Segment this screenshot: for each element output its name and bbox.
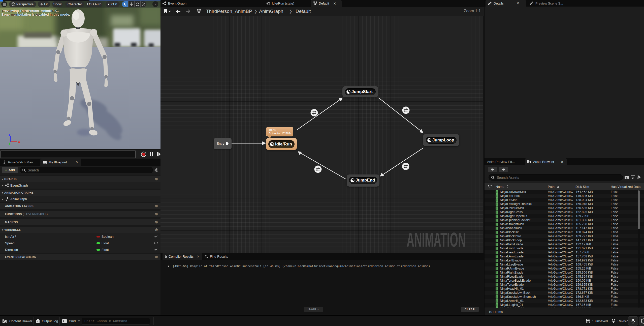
svg-text:Y: Y: [9, 142, 11, 145]
svg-text:X: X: [18, 140, 20, 143]
svg-text:Z: Z: [9, 133, 10, 136]
